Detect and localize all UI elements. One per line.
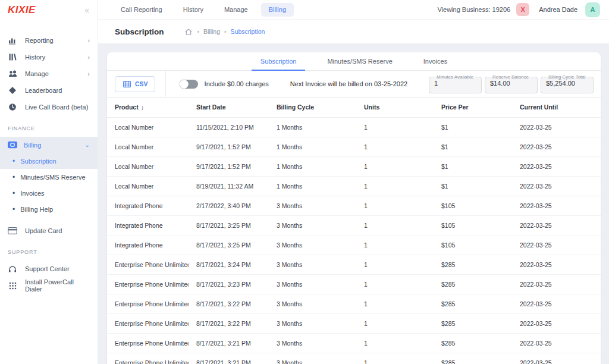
cell-start-date: 8/17/2021, 3:24 PM <box>189 255 269 274</box>
cell-product: Integrated Phone <box>107 215 189 235</box>
cell-current-until: 2022-03-25 <box>512 215 601 235</box>
cell-price-per: $285 <box>434 333 512 353</box>
sidebar-item-leaderboard[interactable]: Leaderboard <box>0 82 98 99</box>
column-header-price-per[interactable]: Price Per <box>434 98 512 117</box>
page-title: Subscription <box>115 27 164 36</box>
column-header-billing-cycle[interactable]: Billing Cycle <box>269 98 356 117</box>
cell-current-until: 2022-03-25 <box>512 156 601 176</box>
cell-current-until: 2022-03-25 <box>512 255 601 274</box>
headset-icon <box>8 265 17 273</box>
include-zero-charges-toggle[interactable] <box>180 80 198 89</box>
cell-price-per: $285 <box>434 274 512 294</box>
user-name[interactable]: Andrea Dade <box>539 6 577 13</box>
tab-invoices[interactable]: Invoices <box>408 52 463 70</box>
sidebar-subitem-label: Invoices <box>20 190 44 197</box>
column-header-units[interactable]: Units <box>356 98 434 117</box>
stat-value: $14.00 <box>490 80 533 87</box>
bullet-icon: • <box>12 190 15 197</box>
collapse-sidebar-icon[interactable]: « <box>84 5 89 15</box>
cell-units: 1 <box>356 215 434 235</box>
cell-product: Local Number <box>107 117 189 137</box>
top-nav-history[interactable]: History <box>175 3 211 17</box>
top-nav-billing[interactable]: Billing <box>261 3 294 17</box>
cell-start-date: 9/17/2021, 1:52 PM <box>189 137 269 156</box>
user-avatar[interactable]: A <box>585 2 600 17</box>
cell-start-date: 8/17/2021, 3:21 PM <box>189 333 269 353</box>
cell-units: 1 <box>356 274 434 294</box>
sidebar-item-label: Manage <box>25 70 49 77</box>
chevron-right-icon: › <box>87 54 90 61</box>
cell-product: Enterprise Phone Unlimited <box>107 294 189 313</box>
table-row: Enterprise Phone Unlimited 8/17/2021, 3:… <box>107 313 601 333</box>
sidebar-item-label: Install PowerCall Dialer <box>25 278 90 293</box>
cell-price-per: $1 <box>434 117 512 137</box>
cell-billing-cycle: 3 Months <box>269 196 356 215</box>
stat-label: Minutes Available <box>435 74 475 80</box>
sidebar-item-live-call-board[interactable]: Live Call Board (beta) <box>0 99 98 115</box>
stat-label: Reserve Balance <box>491 74 530 80</box>
people-icon <box>8 70 17 78</box>
table-header-row: Product↓ Start Date Billing Cycle Units … <box>107 98 601 117</box>
breadcrumb-billing[interactable]: Billing <box>203 28 220 35</box>
sidebar-subitem-label: Billing Help <box>20 206 53 213</box>
cell-product: Integrated Phone <box>107 235 189 255</box>
sidebar-item-support-center[interactable]: Support Center <box>0 261 98 277</box>
bullet-icon: • <box>12 206 15 213</box>
sidebar-item-billing[interactable]: Billing ⌄ <box>0 137 98 153</box>
home-icon[interactable] <box>184 29 193 35</box>
csv-export-button[interactable]: CSV <box>115 76 155 92</box>
cell-units: 1 <box>356 333 434 353</box>
column-header-current-until[interactable]: Current Until <box>512 98 601 117</box>
cell-billing-cycle: 1 Months <box>269 176 356 196</box>
table-row: Enterprise Phone Unlimited 8/17/2021, 3:… <box>107 333 601 353</box>
sidebar-item-manage[interactable]: Manage › <box>0 65 98 82</box>
cell-billing-cycle: 1 Months <box>269 117 356 137</box>
sidebar-item-update-card[interactable]: Update Card <box>0 222 98 239</box>
cell-start-date: 8/17/2021, 3:25 PM <box>189 235 269 255</box>
sidebar-item-install-powercall-dialer[interactable]: Install PowerCall Dialer <box>0 277 98 294</box>
cell-price-per: $1 <box>434 176 512 196</box>
cell-start-date: 8/17/2021, 3:21 PM <box>189 353 269 364</box>
chevron-down-icon: ⌄ <box>85 142 90 148</box>
cell-start-date: 8/17/2021, 3:22 PM <box>189 294 269 313</box>
cell-price-per: $285 <box>434 255 512 274</box>
cell-current-until: 2022-03-25 <box>512 313 601 333</box>
column-label: Product <box>115 103 139 111</box>
sidebar-subitem-invoices[interactable]: • Invoices <box>0 185 98 201</box>
sidebar-item-label: Reporting <box>25 37 54 44</box>
tab-minutes-sms-reserve[interactable]: Minutes/SMS Reserve <box>312 52 407 70</box>
breadcrumb-separator: • <box>224 29 227 35</box>
table-row: Integrated Phone 8/17/2021, 3:25 PM 3 Mo… <box>107 215 601 235</box>
table-row: Local Number 9/17/2021, 1:52 PM 1 Months… <box>107 156 601 176</box>
tab-subscription[interactable]: Subscription <box>245 52 312 70</box>
billing-card-icon <box>8 141 17 149</box>
history-bars-icon <box>8 53 17 61</box>
bullet-icon: • <box>12 174 15 181</box>
sidebar-item-label: Billing <box>24 142 41 149</box>
column-header-start-date[interactable]: Start Date <box>189 98 269 117</box>
breadcrumb-subscription[interactable]: Subscription <box>231 28 265 35</box>
top-nav-call-reporting[interactable]: Call Reporting <box>113 3 170 17</box>
cell-current-until: 2022-03-25 <box>512 117 601 137</box>
sidebar-item-reporting[interactable]: Reporting › <box>0 32 98 49</box>
sidebar-item-history[interactable]: History › <box>0 49 98 65</box>
close-business-view-button[interactable]: X <box>516 3 529 16</box>
table-grid-icon <box>122 81 131 87</box>
cell-billing-cycle: 3 Months <box>269 294 356 313</box>
cell-billing-cycle: 3 Months <box>269 333 356 353</box>
cell-start-date: 8/17/2021, 3:22 PM <box>189 313 269 333</box>
column-header-product[interactable]: Product↓ <box>107 98 189 117</box>
clock-icon <box>8 103 17 111</box>
sidebar-subitem-billing-help[interactable]: • Billing Help <box>0 201 98 217</box>
diamond-icon <box>8 86 17 95</box>
cell-price-per: $105 <box>434 215 512 235</box>
sidebar-subitem-subscription[interactable]: • Subscription <box>0 153 98 169</box>
top-nav-manage[interactable]: Manage <box>216 3 256 17</box>
toolbar: CSV Include $0.00 charges Next Invoice w… <box>107 71 601 98</box>
cell-current-until: 2022-03-25 <box>512 353 601 364</box>
stat-reserve-balance: Reserve Balance $14.00 <box>485 74 538 93</box>
sidebar-subitem-label: Minutes/SMS Reserve <box>20 174 85 181</box>
sort-descending-icon: ↓ <box>141 103 145 111</box>
sidebar-subitem-minutes-sms-reserve[interactable]: • Minutes/SMS Reserve <box>0 169 98 185</box>
dots-grid-icon <box>8 282 17 290</box>
